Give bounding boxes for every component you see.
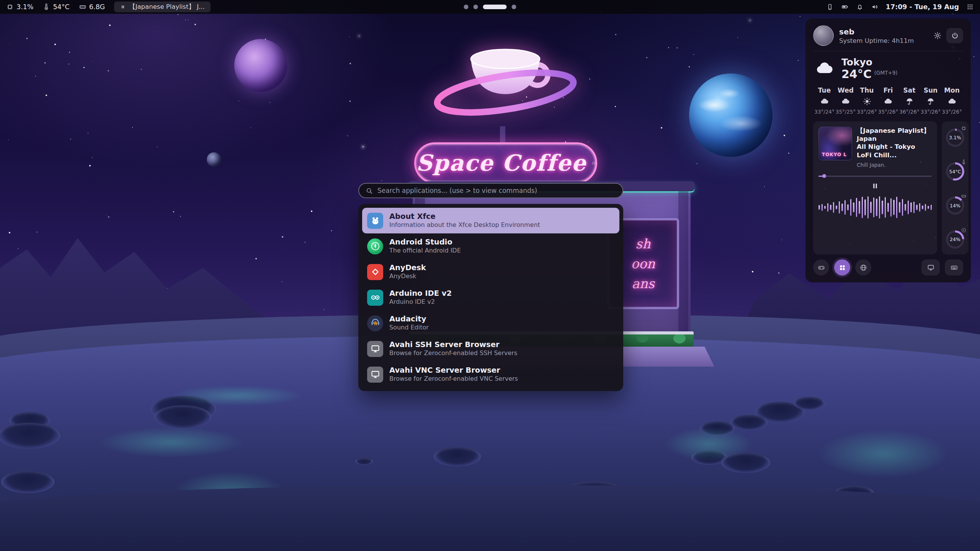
- star: [693, 54, 694, 55]
- launcher-result[interactable]: AnyDeskAnyDesk: [362, 259, 619, 285]
- now-playing-pill[interactable]: 【Japanese Playlist】 J...: [114, 2, 211, 12]
- star: [676, 47, 678, 49]
- star: [589, 78, 590, 80]
- device-icon[interactable]: [826, 3, 834, 11]
- launcher-result[interactable]: Avahi SSH Server BrowserBrowse for Zeroc…: [362, 336, 619, 362]
- search-input[interactable]: [377, 187, 616, 194]
- temperature-value: 54°C: [53, 3, 69, 11]
- star: [481, 161, 482, 162]
- star: [350, 101, 351, 102]
- power-button[interactable]: [946, 28, 963, 43]
- forecast-temps: 33°/26°: [921, 109, 941, 115]
- star: [282, 236, 283, 238]
- star: [8, 139, 9, 140]
- visualizer-bar: [910, 202, 912, 212]
- disk-icon: [961, 227, 967, 233]
- launcher-result[interactable]: AudacitySound Editor: [362, 310, 619, 336]
- forecast-day: Wed35°/25°: [835, 86, 856, 115]
- workspace-active[interactable]: [483, 5, 507, 9]
- visualizer-bar: [902, 199, 903, 216]
- visualizer-bar: [908, 201, 909, 214]
- progress-handle[interactable]: [822, 174, 826, 178]
- cpu-icon: [6, 3, 14, 11]
- visualizer-bar: [859, 201, 860, 214]
- result-subtitle: Information about the Xfce Desktop Envir…: [389, 221, 540, 229]
- audacity-app-icon: [367, 315, 383, 331]
- star: [563, 97, 564, 98]
- visualizer-bar: [905, 204, 906, 211]
- star: [425, 164, 425, 165]
- system-gauges: 3.1%54°C14%24%: [942, 121, 969, 255]
- anydesk-app-icon: [367, 264, 383, 280]
- star: [381, 180, 382, 181]
- launcher-result[interactable]: Android StudioThe official Android IDE: [362, 233, 619, 259]
- star: [781, 240, 782, 240]
- visualizer-bar: [922, 205, 923, 209]
- forecast-day-label: Mon: [944, 86, 960, 94]
- pause-button[interactable]: [870, 181, 880, 191]
- visualizer-bar: [818, 205, 820, 210]
- small-moon: [207, 152, 221, 167]
- weather-forecast: Tue33°/24°Wed35°/25°Thu33°/26°Fri35°/26°…: [813, 86, 963, 116]
- star: [194, 24, 196, 25]
- settings-gear-button[interactable]: [933, 31, 942, 40]
- apps-grid-icon[interactable]: [966, 3, 974, 11]
- visualizer-bar: [839, 201, 840, 214]
- visualizer-bar: [925, 204, 926, 211]
- weather-city: Tokyo: [841, 57, 898, 68]
- keyboard-button[interactable]: [945, 259, 963, 276]
- star: [630, 277, 631, 278]
- star: [350, 63, 351, 64]
- star: [255, 258, 257, 259]
- workspace-dot[interactable]: [474, 5, 478, 9]
- visualizer-bar: [844, 200, 846, 215]
- teal-glow: [98, 427, 245, 458]
- side-panel: seb System Uptime: 4h11m Tokyo 24°C (GMT…: [805, 18, 971, 282]
- workspace-dot[interactable]: [464, 5, 469, 9]
- result-title: Avahi SSH Server Browser: [389, 340, 517, 349]
- track-title-line1: 【Japanese Playlist】 Japan: [857, 127, 932, 143]
- result-subtitle: Arduino IDE v2: [389, 298, 452, 306]
- star: [46, 95, 47, 96]
- gamepad-button[interactable]: [813, 259, 829, 276]
- forecast-day: Fri35°/26°: [878, 86, 899, 115]
- volume-icon[interactable]: [871, 3, 879, 11]
- temperature-stat: 54°C: [42, 3, 69, 11]
- star: [108, 70, 109, 72]
- track-progress-bar[interactable]: [818, 174, 932, 178]
- cloud-icon: [820, 97, 829, 106]
- crater: [794, 397, 825, 410]
- globe-button[interactable]: [855, 259, 871, 276]
- star: [630, 234, 631, 235]
- visualizer-bar: [822, 204, 823, 211]
- forecast-temps: 33°/26°: [857, 109, 877, 115]
- forecast-temps: 35°/25°: [836, 109, 856, 115]
- thermometer-icon: [42, 3, 50, 11]
- notifications-bell-icon[interactable]: [856, 3, 864, 11]
- apps-button[interactable]: [834, 259, 850, 276]
- purple-planet: [234, 39, 287, 92]
- battery-icon[interactable]: [841, 3, 849, 11]
- forecast-temps: 36°/26°: [899, 109, 919, 115]
- visualizer-bar: [824, 206, 826, 209]
- profile-card: seb System Uptime: 4h11m: [813, 25, 963, 46]
- star: [800, 16, 800, 17]
- cpu-icon: [961, 126, 967, 131]
- visualizer-bar: [919, 203, 921, 212]
- launcher-result[interactable]: About XfceInformation about the Xfce Des…: [362, 208, 619, 233]
- workspace-dot[interactable]: [512, 5, 516, 9]
- star: [44, 62, 46, 64]
- top-bar: 3.1% 54°C 6.8G 【Japanese Playlist】 J... …: [0, 0, 980, 14]
- launcher-result[interactable]: Avahi VNC Server BrowserBrowse for Zeroc…: [362, 362, 619, 387]
- workspace-indicator[interactable]: [464, 5, 516, 9]
- star: [491, 56, 492, 57]
- search-bar[interactable]: [358, 183, 623, 198]
- gauge-value: 3.1%: [946, 129, 964, 147]
- cloud-icon: [841, 97, 850, 106]
- visualizer-bar: [856, 198, 858, 217]
- forecast-temps: 33°/26°: [942, 109, 962, 115]
- launcher-result[interactable]: Arduino IDE v2Arduino IDE v2: [362, 285, 619, 310]
- display-button[interactable]: [921, 259, 940, 276]
- star: [615, 106, 616, 107]
- avahi-app-icon: [367, 341, 383, 357]
